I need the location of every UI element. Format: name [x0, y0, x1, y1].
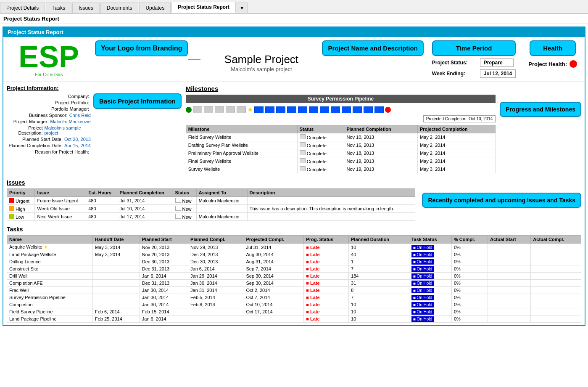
task-duration: 1: [349, 258, 409, 265]
task-prog-status: ■ Late: [304, 301, 349, 308]
info-planned-start: Planned Start Date: Oct 28, 2013: [7, 137, 91, 142]
list-item: High Week Old Issue 480 Jul 10, 2014 New…: [7, 205, 415, 213]
milestone-pipeline-label: Survey Permission Pipeline: [186, 95, 496, 103]
task-planned-compl: Jan 6, 2014: [188, 265, 244, 273]
task-planned-compl: Feb 5, 2014: [188, 294, 244, 301]
task-name: Land Package Pipeline: [7, 315, 93, 323]
task-prog-status: ■ Late: [304, 294, 349, 301]
task-col-proj-compl: Projected Compl.: [244, 236, 304, 244]
ms-col-milestone: Milestone: [186, 125, 297, 133]
progress-seg-grey-1: [193, 106, 202, 113]
progress-seg-grey-4: [226, 106, 235, 113]
tab-tasks[interactable]: Tasks: [46, 3, 71, 13]
dot-green-icon: [186, 107, 192, 113]
milestone-scroll[interactable]: Milestone Status Planned Completion Proj…: [186, 124, 496, 173]
task-handoff: May 3, 2014: [92, 251, 140, 258]
callout-basic-project-info: Basic Project Information: [93, 93, 182, 109]
info-health-reason: Reason for Project Health:: [7, 149, 91, 154]
progress-seg-blue-10: [353, 106, 362, 113]
report-container: Project Status Report ESP For Oil & Gas …: [3, 27, 585, 326]
tab-documents[interactable]: Documents: [100, 3, 139, 13]
ms-status: Complete: [297, 165, 344, 173]
task-duration: 8: [349, 287, 409, 294]
info-business-sponsor: Business Sponsor: Chris Reid: [7, 113, 91, 118]
ms-status: Complete: [297, 149, 344, 157]
task-col-task-status: Task Status: [409, 236, 451, 244]
ms-planned: Nov 18, 2013: [344, 149, 417, 157]
task-name: Drill Well: [7, 273, 93, 280]
task-planned-compl: Feb 8, 2014: [188, 301, 244, 308]
progress-seg-blue-8: [331, 106, 340, 113]
task-handoff: [92, 287, 140, 294]
task-pct: 0%: [451, 265, 488, 273]
task-planned-compl: Nov 29, 2013: [188, 244, 244, 251]
projection-tooltip: Projected Completion: Oct 10, 2014: [423, 115, 496, 122]
milestones-heading: Milestones: [186, 85, 496, 92]
task-proj-compl: Oct 17, 2014: [244, 308, 304, 315]
task-planned-compl: Jan 31, 2014: [188, 287, 244, 294]
project-info: Project Information: Company: Project Po…: [7, 85, 91, 156]
progress-seg-blue-9: [342, 106, 351, 113]
logo-area: ESP For Oil & Gas: [7, 40, 91, 78]
tasks-scroll[interactable]: Name Handoff Date Planned Start Planned …: [7, 235, 581, 323]
task-pct: 0%: [451, 251, 488, 258]
task-actual-compl: [531, 265, 581, 273]
tabs-bar: Project Details Tasks Issues Documents U…: [0, 0, 588, 14]
task-name: Construct Site: [7, 265, 93, 273]
task-pct: 0%: [451, 294, 488, 301]
task-handoff: Feb 25, 2014: [92, 315, 140, 323]
issue-status: New: [173, 205, 196, 213]
progress-seg-blue-5: [298, 106, 307, 113]
issue-priority: High: [7, 205, 35, 213]
tab-issues[interactable]: Issues: [72, 3, 100, 13]
task-status: ■ On Hold: [409, 287, 451, 294]
star-icon: ★: [247, 106, 253, 114]
issue-name: Week Old Issue: [35, 205, 86, 213]
tab-project-details[interactable]: Project Details: [0, 3, 45, 13]
task-actual-start: [488, 280, 530, 287]
issue-assigned: Malcolm Mackenzie: [196, 197, 247, 205]
milestones-area: Milestones Survey Permission Pipeline ★: [186, 85, 496, 173]
issue-priority: Low: [7, 213, 35, 221]
tab-dropdown[interactable]: ▼: [237, 3, 248, 13]
task-prog-status: ■ Late: [304, 287, 349, 294]
issue-description: [247, 213, 415, 221]
list-item: Field Survey Pipeline Feb 6, 2014 Feb 15…: [7, 308, 581, 315]
task-name: Completion: [7, 301, 93, 308]
ms-name: Drafting Survey Plan Wellsite: [186, 141, 297, 149]
ms-col-status: Status: [297, 125, 344, 133]
ms-name: Survey Wellsite: [186, 165, 297, 173]
tab-project-status-report[interactable]: Project Status Report: [171, 2, 236, 13]
task-duration: 10: [349, 301, 409, 308]
task-handoff: [92, 258, 140, 265]
task-duration: 40: [349, 251, 409, 258]
status-row: Project Status: Prepare: [432, 58, 516, 67]
task-col-planned-start: Planned Start: [140, 236, 188, 244]
tab-updates[interactable]: Updates: [139, 3, 171, 13]
table-row: Field Survey Wellsite Complete Nov 10, 2…: [186, 133, 496, 141]
task-prog-status: ■ Late: [304, 273, 349, 280]
ms-projected: May 3, 2014: [417, 165, 495, 173]
ms-status: Complete: [297, 157, 344, 165]
task-status: ■ On Hold: [409, 315, 451, 323]
ms-projected: May 2, 2014: [417, 149, 495, 157]
task-col-handoff: Handoff Date: [92, 236, 140, 244]
task-actual-start: [488, 315, 530, 323]
issue-planned: Jul 31, 2014: [117, 197, 173, 205]
task-planned-start: Dec 31, 2013: [140, 280, 188, 287]
ms-name: Preliminary Plan Approval Wellsite: [186, 149, 297, 157]
task-name: Acquire Wellsite ★: [7, 244, 93, 251]
task-prog-status: ■ Late: [304, 308, 349, 315]
callout-project-name: Project Name and Description: [322, 40, 423, 56]
issues-section: Issues Priority Issue Est. Hours Planned…: [3, 177, 419, 223]
task-planned-start: Nov 20, 2013: [140, 251, 188, 258]
task-col-prog-status: Prog. Status: [304, 236, 349, 244]
status-value: Prepare: [480, 58, 514, 67]
task-prog-status: ■ Late: [304, 265, 349, 273]
esp-logo-text: ESP: [18, 42, 79, 72]
task-proj-compl: Aug 30, 2014: [244, 251, 304, 258]
issue-col-status: Status: [173, 189, 196, 197]
task-planned-start: Dec 31, 2013: [140, 265, 188, 273]
tasks-table: Name Handoff Date Planned Start Planned …: [7, 235, 581, 323]
task-actual-compl: [531, 273, 581, 280]
